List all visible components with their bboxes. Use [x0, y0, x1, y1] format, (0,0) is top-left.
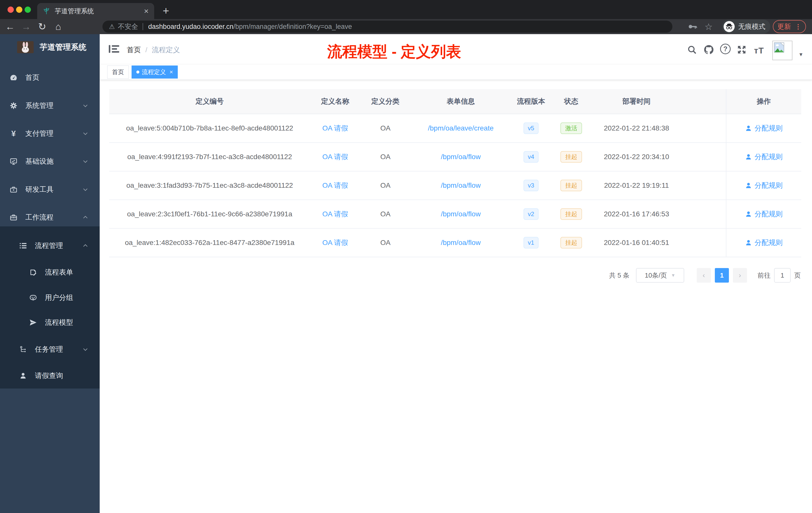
table-row: oa_leave:3:1fad3d93-7b75-11ec-a3c8-acde4… — [109, 172, 801, 200]
tag-home[interactable]: 首页 — [107, 65, 129, 79]
version-cell: v1 — [511, 237, 551, 249]
fullscreen-icon[interactable] — [737, 45, 747, 55]
avatar[interactable] — [772, 41, 792, 60]
action-label: 分配规则 — [754, 152, 783, 162]
sidebar-item-infrastructure[interactable]: 基础设施 — [0, 154, 100, 169]
definition-name-link[interactable]: OA 请假 — [310, 209, 360, 219]
list-icon — [19, 242, 27, 250]
action-cell: 分配规则 — [726, 200, 801, 228]
user-icon — [745, 125, 752, 132]
chevron-down-icon — [82, 158, 89, 164]
goto-page-input[interactable] — [774, 268, 791, 282]
sidebar-item-label: 用户分组 — [45, 293, 73, 302]
sidebar-item-workflow[interactable]: 工作流程 — [0, 210, 100, 224]
form-link[interactable]: /bpm/oa/flow — [410, 210, 511, 218]
back-icon[interactable]: ← — [2, 21, 18, 32]
prev-page-button[interactable]: ‹ — [697, 268, 711, 282]
sidebar-item-label: 系统管理 — [25, 101, 54, 111]
column-header-category: 定义分类 — [360, 97, 410, 106]
monitor-icon — [9, 157, 18, 165]
version-cell: v4 — [511, 151, 551, 163]
font-size-icon[interactable]: ᴛT — [754, 46, 764, 56]
sidebar-logo[interactable]: 芋道管理系统 — [0, 40, 100, 54]
app-title: 芋道管理系统 — [40, 42, 86, 53]
form-link[interactable]: /bpm/oa/leave/create — [410, 124, 511, 132]
form-link[interactable]: /bpm/oa/flow — [410, 239, 511, 247]
macos-close-button[interactable] — [7, 6, 14, 13]
chevron-up-icon — [82, 214, 89, 221]
column-header-version: 流程版本 — [511, 97, 551, 106]
next-page-button[interactable]: › — [733, 268, 747, 282]
breadcrumb-home[interactable]: 首页 — [127, 45, 141, 55]
column-header-deploy-time: 部署时间 — [591, 97, 682, 106]
assign-rule-button[interactable]: 分配规则 — [745, 152, 783, 162]
tag-close-icon[interactable]: × — [170, 68, 173, 76]
version-badge: v5 — [523, 122, 538, 134]
sidebar-item-label: 研发工具 — [25, 185, 54, 194]
reload-icon[interactable]: ↻ — [34, 21, 50, 32]
definition-name-link[interactable]: OA 请假 — [310, 152, 360, 162]
sidebar-item-process-model[interactable]: 流程模型 — [0, 315, 100, 330]
macos-zoom-button[interactable] — [25, 6, 31, 13]
assign-rule-button[interactable]: 分配规则 — [745, 209, 783, 219]
sidebar-item-user-group[interactable]: 用户分组 — [0, 291, 100, 305]
forward-icon[interactable]: → — [18, 21, 34, 32]
tab-close-icon[interactable]: × — [144, 7, 149, 15]
sidebar-item-home[interactable]: 首页 — [0, 70, 100, 85]
version-badge: v3 — [523, 180, 538, 191]
browser-update-button[interactable]: 更新 ⋮ — [773, 20, 806, 33]
macos-minimize-button[interactable] — [16, 6, 22, 13]
github-icon[interactable] — [703, 44, 714, 55]
url-bar[interactable]: ⚠ 不安全 dashboard.yudao.iocoder.cn/bpm/man… — [103, 21, 672, 33]
tab-title: 芋道管理系统 — [55, 7, 144, 16]
definition-name-link[interactable]: OA 请假 — [310, 181, 360, 190]
form-link[interactable]: /bpm/oa/flow — [410, 181, 511, 189]
sidebar: 芋道管理系统 首页 系统管理 ¥ 支付管理 基础设施 研发工具 — [0, 34, 100, 513]
definition-category: OA — [360, 153, 410, 161]
sidebar-item-label: 流程管理 — [35, 241, 63, 250]
definition-name-link[interactable]: OA 请假 — [310, 123, 360, 133]
sidebar-item-devtools[interactable]: 研发工具 — [0, 182, 100, 197]
browser-tab[interactable]: 芋道管理系统 × — [37, 3, 154, 19]
sidebar-item-payment[interactable]: ¥ 支付管理 — [0, 126, 100, 141]
page-number-button[interactable]: 1 — [715, 268, 729, 282]
sidebar-fold-icon[interactable] — [109, 44, 119, 54]
action-label: 分配规则 — [754, 238, 783, 247]
user-icon — [745, 182, 752, 189]
form-link[interactable]: /bpm/oa/flow — [410, 153, 511, 161]
bookmark-star-icon[interactable]: ☆ — [704, 22, 713, 32]
sidebar-item-leave-query[interactable]: 请假查询 — [0, 369, 100, 383]
tag-process-definition[interactable]: 流程定义 × — [132, 65, 178, 79]
group-icon — [29, 294, 37, 302]
avatar-caret-icon[interactable]: ▼ — [799, 52, 804, 58]
sidebar-item-label: 请假查询 — [35, 371, 63, 381]
chevron-down-icon — [82, 102, 89, 109]
incognito-icon — [724, 21, 735, 32]
menu-dots-icon[interactable]: ⋮ — [795, 23, 802, 31]
incognito-badge[interactable]: 无痕模式 — [722, 20, 770, 34]
sidebar-item-system[interactable]: 系统管理 — [0, 99, 100, 113]
status-badge: 挂起 — [560, 180, 582, 191]
page-size-select[interactable]: 10条/页 ▼ — [636, 268, 684, 282]
search-icon[interactable] — [687, 45, 697, 55]
security-warning-icon: ⚠ — [109, 23, 115, 31]
home-icon[interactable]: ⌂ — [50, 21, 66, 32]
help-icon[interactable]: ? — [720, 44, 731, 54]
security-label[interactable]: 不安全 — [118, 22, 138, 31]
password-key-icon[interactable] — [689, 24, 697, 30]
sidebar-item-label: 支付管理 — [25, 129, 54, 138]
status-badge: 挂起 — [560, 208, 582, 220]
assign-rule-button[interactable]: 分配规则 — [745, 181, 783, 190]
url-divider — [143, 23, 143, 30]
deploy-time: 2022-01-16 17:46:53 — [591, 210, 682, 218]
sidebar-item-process-form[interactable]: 流程表单 — [0, 265, 100, 279]
status-cell: 挂起 — [551, 151, 591, 163]
new-tab-button[interactable]: + — [163, 4, 169, 17]
assign-rule-button[interactable]: 分配规则 — [745, 123, 783, 133]
definition-name-link[interactable]: OA 请假 — [310, 238, 360, 247]
sidebar-item-task-mgmt[interactable]: 任务管理 — [0, 342, 100, 356]
assign-rule-button[interactable]: 分配规则 — [745, 238, 783, 247]
column-header-form: 表单信息 — [410, 97, 511, 106]
sidebar-item-process-mgmt[interactable]: 流程管理 — [0, 239, 100, 253]
total-count: 共 5 条 — [609, 271, 630, 280]
